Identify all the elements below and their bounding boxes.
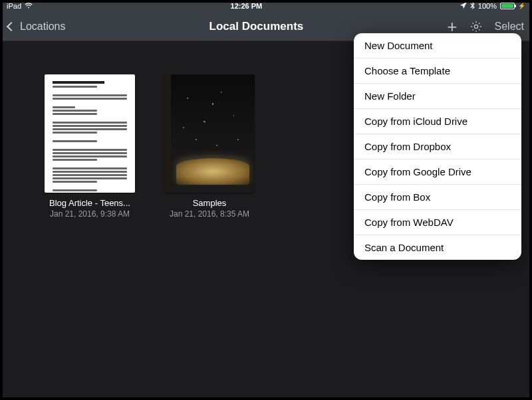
clock: 12:26 PM [231, 2, 263, 10]
menu-scan-document[interactable]: Scan a Document [354, 235, 521, 260]
wifi-icon [25, 2, 33, 10]
document-date: Jan 21, 2016, 9:38 AM [50, 209, 130, 219]
menu-copy-dropbox[interactable]: Copy from Dropbox [354, 134, 521, 159]
select-button[interactable]: Select [495, 21, 524, 33]
back-button[interactable]: Locations [8, 21, 66, 33]
menu-copy-google-drive[interactable]: Copy from Google Drive [354, 159, 521, 185]
document-title: Samples [193, 198, 227, 208]
svg-point-0 [474, 25, 477, 28]
add-button[interactable]: + [447, 18, 457, 35]
menu-copy-icloud[interactable]: Copy from iCloud Drive [354, 109, 521, 134]
document-title: Blog Article - Teens... [49, 198, 130, 208]
settings-button[interactable] [469, 20, 483, 33]
menu-new-document[interactable]: New Document [354, 33, 521, 58]
chevron-left-icon [7, 21, 16, 31]
document-date: Jan 21, 2016, 8:35 AM [170, 209, 249, 219]
bluetooth-icon [470, 2, 475, 11]
battery-pct: 100% [478, 2, 497, 10]
device-label: iPad [7, 2, 21, 10]
menu-choose-template[interactable]: Choose a Template [354, 58, 521, 84]
page-title: Local Documents [209, 20, 304, 33]
document-item[interactable]: Blog Article - Teens... Jan 21, 2016, 9:… [43, 74, 137, 219]
add-menu-popover: New Document Choose a Template New Folde… [354, 33, 521, 260]
battery-icon [500, 3, 515, 9]
document-thumbnail [45, 74, 135, 193]
location-icon [460, 2, 467, 10]
menu-new-folder[interactable]: New Folder [354, 84, 521, 109]
back-label: Locations [20, 21, 66, 33]
menu-copy-box[interactable]: Copy from Box [354, 185, 521, 210]
document-thumbnail [164, 74, 255, 193]
status-bar: iPad 12:26 PM 100% ⚡ [0, 0, 532, 12]
menu-copy-webdav[interactable]: Copy from WebDAV [354, 210, 521, 235]
document-item[interactable]: Samples Jan 21, 2016, 8:35 AM [162, 74, 257, 219]
charging-icon: ⚡ [518, 3, 525, 9]
